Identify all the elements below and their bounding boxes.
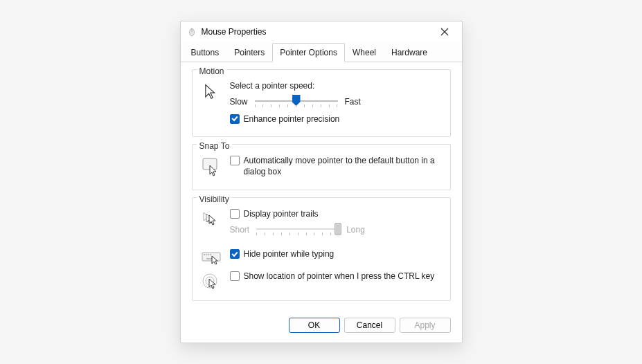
motion-group: Motion Select a pointer speed: Slow Fas (192, 69, 451, 137)
tab-buttons[interactable]: Buttons (184, 43, 227, 62)
tab-wheel[interactable]: Wheel (345, 43, 384, 62)
hide-typing-checkbox[interactable] (230, 249, 240, 259)
dialog-footer: OK Cancel Apply (181, 312, 462, 343)
pointer-speed-label: Select a pointer speed: (230, 81, 443, 91)
visibility-group: Visibility Display pointer trails (192, 197, 451, 301)
speed-slow-label: Slow (230, 97, 248, 107)
tab-pointer-options[interactable]: Pointer Options (272, 43, 345, 62)
svg-rect-5 (202, 253, 220, 261)
cancel-button[interactable]: Cancel (344, 318, 395, 333)
svg-rect-6 (204, 254, 205, 255)
snapto-title: Snap To (197, 141, 233, 151)
titlebar: Mouse Properties (181, 21, 462, 42)
window-title: Mouse Properties (202, 27, 267, 37)
motion-title: Motion (197, 66, 227, 76)
ok-button[interactable]: OK (289, 318, 340, 333)
trails-label[interactable]: Display pointer trails (244, 209, 319, 219)
ctrl-locate-checkbox[interactable] (230, 271, 240, 281)
apply-button: Apply (400, 318, 451, 333)
close-button[interactable] (433, 24, 456, 40)
tab-hardware[interactable]: Hardware (384, 43, 435, 62)
trails-icon (199, 209, 223, 230)
motion-cursor-icon (199, 81, 223, 128)
snapto-icon (199, 156, 223, 181)
snapto-group: Snap To Automatically move pointer to th… (192, 144, 451, 190)
svg-rect-7 (206, 254, 207, 255)
trails-long-label: Long (346, 225, 365, 235)
hide-typing-icon (199, 249, 223, 264)
snapto-label[interactable]: Automatically move pointer to the defaul… (244, 156, 443, 177)
snapto-checkbox[interactable] (230, 156, 240, 165)
svg-rect-9 (210, 254, 211, 255)
mouse-properties-dialog: Mouse Properties Buttons Pointers Pointe… (180, 21, 463, 343)
trails-short-label: Short (230, 225, 250, 235)
enhance-precision-label[interactable]: Enhance pointer precision (244, 114, 340, 124)
ctrl-locate-icon (199, 271, 223, 292)
pointer-speed-slider[interactable] (255, 95, 338, 109)
trails-slider (256, 223, 339, 237)
ctrl-locate-label[interactable]: Show location of pointer when I press th… (244, 271, 435, 281)
visibility-title: Visibility (197, 194, 232, 204)
enhance-precision-checkbox[interactable] (230, 114, 240, 124)
mouse-icon (186, 26, 197, 37)
tabstrip: Buttons Pointers Pointer Options Wheel H… (181, 42, 462, 62)
hide-typing-label[interactable]: Hide pointer while typing (244, 249, 335, 259)
svg-rect-8 (208, 254, 209, 255)
trails-checkbox[interactable] (230, 209, 240, 219)
tab-pointers[interactable]: Pointers (226, 43, 272, 62)
speed-fast-label: Fast (345, 97, 361, 107)
